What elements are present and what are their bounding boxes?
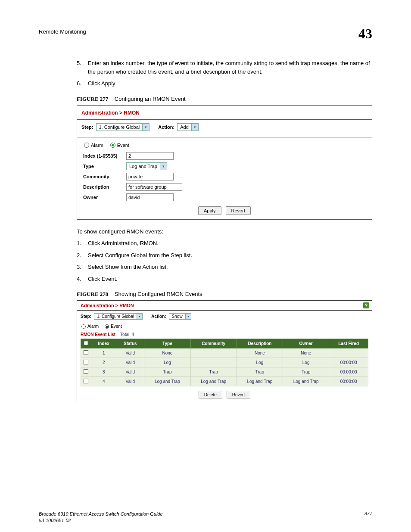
col-type: Type	[144, 339, 190, 348]
community-input[interactable]: private	[126, 173, 174, 180]
cell-owner: Trap	[283, 367, 329, 377]
col-owner: Owner	[283, 339, 329, 348]
step-action-row: Step: 1. Configure Global ▾ Action: Show…	[81, 313, 368, 320]
radio-event[interactable]: Event	[105, 324, 122, 329]
type-select[interactable]: Log and Trap ▾	[126, 162, 167, 170]
radio-group: Alarm Event	[84, 143, 367, 148]
page-header: Remote Monitoring 43	[39, 26, 372, 42]
step-select[interactable]: 1. Configure Global ▾	[94, 313, 143, 320]
checkbox-icon	[84, 379, 88, 383]
main-content: 5. Enter an index number, the type of ev…	[77, 59, 372, 403]
chapter-number: 43	[358, 26, 372, 42]
action-select[interactable]: Add ▾	[177, 123, 199, 131]
cell-last-fired	[329, 348, 368, 358]
apply-button[interactable]: Apply	[198, 206, 221, 215]
col-community: Community	[190, 339, 237, 348]
delete-button[interactable]: Delete	[199, 391, 222, 398]
row-checkbox-cell[interactable]	[81, 377, 91, 386]
cell-last-fired: 00:00:00	[329, 377, 368, 386]
description-label: Description	[83, 184, 126, 190]
row-checkbox-cell[interactable]	[81, 348, 91, 358]
col-last-fired: Last Fired	[329, 339, 368, 348]
action-label: Action:	[158, 124, 174, 130]
button-row: Delete Revert	[81, 391, 368, 398]
event-table: Index Status Type Community Description …	[81, 339, 368, 386]
instruction-list-mid: 1. Click Administration, RMON. 2. Select…	[77, 239, 372, 283]
cell-status: Valid	[116, 377, 144, 386]
cell-type: Log	[144, 358, 190, 367]
cell-community: Log and Trap	[190, 377, 237, 386]
button-row: Apply Revert	[81, 206, 367, 215]
step-select[interactable]: 1. Configure Global ▾	[96, 123, 150, 131]
table-row: 2ValidLogLogLog00:00:00	[81, 358, 368, 367]
breadcrumb: Administration > RMON	[81, 110, 367, 116]
header-section-title: Remote Monitoring	[39, 26, 86, 35]
cell-community: Trap	[190, 367, 237, 377]
table-row: 3ValidTrapTrapTrapTrap00:00:00	[81, 367, 368, 377]
cell-status: Valid	[116, 358, 144, 367]
radio-alarm[interactable]: Alarm	[84, 143, 103, 148]
list-item: 3. Select Show from the Action list.	[77, 263, 372, 271]
owner-input[interactable]: david	[126, 193, 174, 201]
cell-description: Log	[237, 358, 283, 367]
list-item: 1. Click Administration, RMON.	[77, 239, 372, 248]
radio-alarm[interactable]: Alarm	[81, 324, 99, 329]
index-input[interactable]: 2	[126, 152, 174, 160]
checkbox-icon	[84, 369, 88, 374]
help-icon[interactable]: ?	[363, 302, 369, 308]
row-checkbox-cell[interactable]	[81, 358, 91, 367]
cell-last-fired: 00:00:00	[329, 367, 368, 377]
revert-button[interactable]: Revert	[226, 206, 251, 215]
paragraph: To show configured RMON events:	[77, 227, 372, 236]
radio-icon	[110, 143, 115, 148]
owner-label: Owner	[83, 195, 126, 200]
footer-left: Brocade 6910 Ethernet Access Switch Conf…	[39, 511, 163, 524]
list-item: 6. Click Apply	[77, 79, 372, 88]
col-description: Description	[237, 339, 283, 348]
action-label: Action:	[151, 314, 166, 319]
revert-button[interactable]: Revert	[227, 391, 250, 398]
list-item: 2. Select Configure Global from the Step…	[77, 251, 372, 260]
index-label: Index (1-65535)	[83, 153, 126, 159]
cell-owner: None	[283, 348, 329, 358]
radio-icon	[81, 324, 86, 329]
cell-description: Log and Trap	[237, 377, 283, 386]
list-item: 5. Enter an index number, the type of ev…	[77, 59, 372, 76]
row-checkbox-cell[interactable]	[81, 367, 91, 377]
community-label: Community	[83, 174, 126, 179]
checkbox-icon	[84, 341, 88, 345]
radio-event[interactable]: Event	[110, 143, 129, 148]
instruction-list-top: 5. Enter an index number, the type of ev…	[77, 59, 372, 88]
page-footer: Brocade 6910 Ethernet Access Switch Conf…	[39, 511, 372, 524]
figure-caption-277: FIGURE 277 Configuring an RMON Event	[77, 96, 372, 103]
chevron-down-icon: ▾	[185, 314, 191, 319]
cell-description: None	[237, 348, 283, 358]
chevron-down-icon: ▾	[191, 124, 198, 131]
checkbox-icon	[84, 360, 88, 364]
checkbox-icon	[84, 350, 88, 355]
step-label: Step:	[81, 314, 91, 319]
step-label: Step:	[81, 124, 93, 130]
cell-index: 2	[91, 358, 116, 367]
cell-community	[190, 358, 237, 367]
footer-page-number: 977	[364, 511, 372, 524]
description-input[interactable]: for software group	[126, 183, 182, 191]
cell-last-fired: 00:00:00	[329, 358, 368, 367]
chevron-down-icon: ▾	[160, 163, 167, 170]
cell-community	[190, 348, 237, 358]
action-select[interactable]: Show ▾	[169, 313, 191, 320]
cell-type: None	[144, 348, 190, 358]
cell-type: Log and Trap	[144, 377, 190, 386]
step-action-row: Step: 1. Configure Global ▾ Action: Add …	[81, 123, 367, 131]
cell-type: Trap	[144, 367, 190, 377]
type-label: Type	[83, 164, 126, 169]
rmon-show-panel: Administration > RMON ? Step: 1. Configu…	[77, 300, 372, 403]
cell-index: 3	[91, 367, 116, 377]
col-index: Index	[91, 339, 116, 348]
select-all-header[interactable]	[81, 339, 91, 348]
radio-icon	[84, 143, 89, 148]
figure-caption-278: FIGURE 278 Showing Configured RMON Event…	[77, 291, 372, 298]
table-row: 1ValidNoneNoneNone	[81, 348, 368, 358]
radio-group: Alarm Event	[81, 324, 368, 329]
breadcrumb: Administration > RMON	[81, 303, 134, 308]
